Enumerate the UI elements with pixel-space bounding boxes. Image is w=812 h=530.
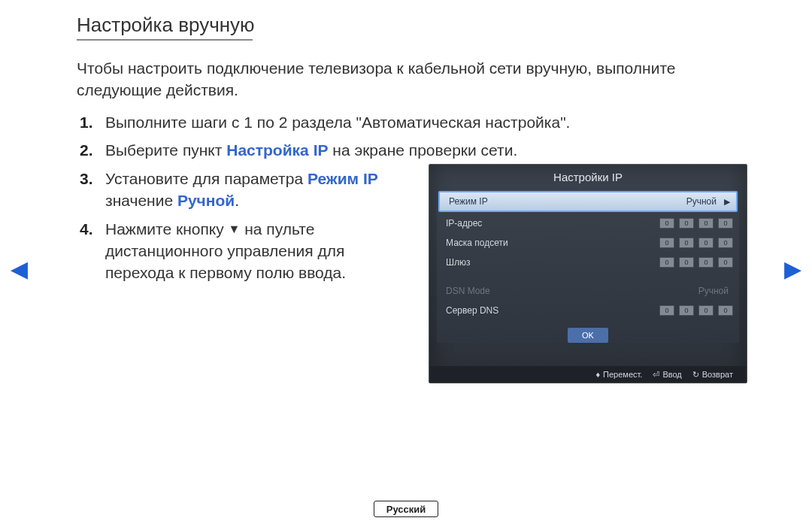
- updown-icon: ♦: [595, 370, 600, 379]
- dns-label: Сервер DNS: [446, 305, 659, 316]
- step-3-pre: Установите для параметра: [105, 170, 308, 187]
- ip-address-fields[interactable]: 0 0 0 0: [659, 218, 733, 229]
- enter-icon: ⏎: [653, 370, 659, 380]
- ip-mode-label: Режим IP: [449, 196, 676, 207]
- mask-label: Маска подсети: [446, 238, 659, 248]
- row-subnet-mask: Маска подсети 0 0 0 0: [437, 233, 739, 253]
- ok-button[interactable]: OK: [568, 328, 608, 343]
- nav-next-button[interactable]: ▶: [784, 256, 801, 282]
- gw-a[interactable]: 0: [659, 257, 674, 268]
- ip-a[interactable]: 0: [659, 218, 674, 229]
- ip-c[interactable]: 0: [698, 218, 714, 229]
- step-3-mid: значение: [105, 192, 177, 209]
- mask-b[interactable]: 0: [679, 238, 694, 248]
- row-gateway: Шлюз 0 0 0 0: [437, 253, 739, 272]
- dsn-mode-value: Ручной: [688, 286, 733, 296]
- ip-d[interactable]: 0: [718, 218, 733, 229]
- step-2: 2. Выберите пункт Настройка IP на экране…: [80, 139, 734, 161]
- step-3-post: .: [235, 192, 239, 209]
- step-2-post: на экране проверки сети.: [328, 141, 517, 159]
- step-3-hl2: Ручной: [177, 192, 235, 209]
- step-1-number: 1.: [80, 111, 95, 133]
- dialog-title: Настройки IP: [429, 165, 747, 188]
- step-2-pre: Выберите пункт: [105, 141, 226, 159]
- page-title: Настройка вручную: [77, 14, 255, 41]
- dns-a[interactable]: 0: [659, 305, 674, 316]
- row-ip-mode[interactable]: Режим IP Ручной ▶: [438, 191, 738, 212]
- mask-c[interactable]: 0: [698, 238, 714, 248]
- gateway-label: Шлюз: [446, 257, 659, 268]
- step-2-highlight: Настройка IP: [226, 141, 328, 159]
- mask-fields[interactable]: 0 0 0 0: [659, 238, 733, 248]
- step-4-text: Нажмите кнопку ▼ на пульте дистанционног…: [105, 218, 383, 284]
- step-4-pre: Нажмите кнопку: [105, 220, 229, 238]
- dns-d[interactable]: 0: [718, 305, 733, 316]
- language-pill[interactable]: Русский: [374, 501, 438, 517]
- return-icon: ↻: [692, 370, 699, 380]
- footer-move: ♦Перемест.: [595, 370, 642, 379]
- gateway-fields[interactable]: 0 0 0 0: [659, 257, 733, 268]
- dsn-mode-label: DSN Mode: [446, 286, 688, 296]
- step-4-number: 4.: [80, 218, 95, 284]
- ip-mode-value: Ручной: [676, 196, 721, 207]
- intro-paragraph: Чтобы настроить подключение телевизора к…: [77, 57, 693, 101]
- gw-c[interactable]: 0: [698, 257, 714, 268]
- step-3-text: Установите для параметра Режим IP значен…: [105, 168, 383, 212]
- step-2-number: 2.: [80, 139, 95, 161]
- step-3-hl1: Режим IP: [308, 170, 378, 187]
- ip-settings-dialog: Настройки IP Режим IP Ручной ▶ IP-адрес …: [429, 164, 747, 383]
- footer-enter-text: Ввод: [662, 370, 681, 379]
- down-triangle-icon: ▼: [229, 221, 241, 238]
- chevron-right-icon: ▶: [724, 197, 730, 207]
- step-3-number: 3.: [80, 168, 95, 212]
- dns-fields[interactable]: 0 0 0 0: [659, 305, 733, 316]
- dialog-footer: ♦Перемест. ⏎Ввод ↻Возврат: [429, 366, 747, 383]
- row-dsn-mode: DSN Mode Ручной: [437, 281, 739, 301]
- mask-a[interactable]: 0: [659, 238, 674, 248]
- ip-address-label: IP-адрес: [446, 218, 659, 229]
- footer-return: ↻Возврат: [692, 370, 733, 380]
- footer-return-text: Возврат: [702, 370, 733, 379]
- gw-b[interactable]: 0: [679, 257, 694, 268]
- step-1: 1. Выполните шаги с 1 по 2 раздела "Авто…: [80, 111, 734, 133]
- footer-enter: ⏎Ввод: [653, 370, 681, 380]
- row-ip-address: IP-адрес 0 0 0 0: [437, 214, 739, 233]
- dialog-panel: Режим IP Ручной ▶ IP-адрес 0 0 0 0 Маска…: [437, 191, 739, 343]
- mask-d[interactable]: 0: [718, 238, 733, 248]
- step-1-text: Выполните шаги с 1 по 2 раздела "Автомат…: [105, 111, 734, 133]
- dns-c[interactable]: 0: [698, 305, 714, 316]
- ip-b[interactable]: 0: [679, 218, 694, 229]
- gw-d[interactable]: 0: [718, 257, 733, 268]
- step-2-text: Выберите пункт Настройка IP на экране пр…: [105, 139, 734, 161]
- title-underline: [77, 39, 253, 41]
- footer-move-text: Перемест.: [603, 370, 642, 379]
- dns-b[interactable]: 0: [679, 305, 694, 316]
- row-dns-server: Сервер DNS 0 0 0 0: [437, 301, 739, 320]
- nav-prev-button[interactable]: ▶: [11, 256, 28, 282]
